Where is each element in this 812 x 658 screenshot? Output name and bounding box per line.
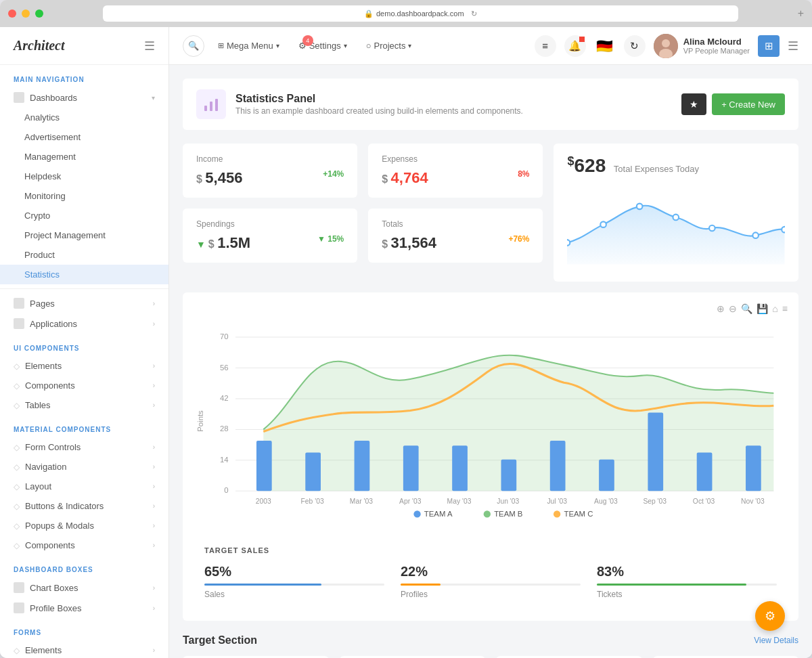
sidebar-item-helpdesk[interactable]: Helpdesk xyxy=(0,167,168,186)
sidebar-item-profile-boxes[interactable]: Profile Boxes › xyxy=(0,598,168,618)
spendings-change: ▼ 15% xyxy=(317,234,344,244)
sidebar-item-layout[interactable]: ◇ Layout › xyxy=(0,477,168,496)
stats-mid-col: Expenses 8% $ 4,764 Totals +76% $ 31,564 xyxy=(368,144,543,263)
sidebar-item-navigation[interactable]: ◇ Navigation › xyxy=(0,457,168,477)
url-bar[interactable]: 🔒 demo.dashboardpack.com ↻ xyxy=(103,5,738,22)
target-sales: TARGET SALES 65% Sales 22% xyxy=(194,535,788,610)
mini-line-chart xyxy=(567,188,785,269)
topbar-flag-icon[interactable]: 🇩🇪 xyxy=(594,35,616,57)
totals-label: Totals xyxy=(382,219,529,229)
chart-menu-icon[interactable]: ≡ xyxy=(782,303,788,314)
tickets-bar-fill xyxy=(597,584,746,586)
total-expenses-header: $628 Total Expenses Today xyxy=(567,154,785,177)
expenses-label: Expenses xyxy=(382,154,529,164)
topbar-grid-icon[interactable]: ⊞ xyxy=(758,35,780,57)
analytics-label: Analytics xyxy=(24,112,60,123)
topbar-notification-icon[interactable]: 🔔 xyxy=(564,35,586,57)
sidebar-item-form-controls[interactable]: ◇ Form Controls › xyxy=(0,437,168,457)
helpdesk-label: Helpdesk xyxy=(24,171,61,181)
sales-pct: 65% xyxy=(204,564,384,579)
dashboard-icon xyxy=(14,92,24,103)
search-button[interactable]: 🔍 xyxy=(183,35,204,57)
chevron-right-icon-14: › xyxy=(153,646,155,654)
megamenu-button[interactable]: ⊞ Mega Menu ▾ xyxy=(212,38,285,53)
sidebar-item-analytics[interactable]: Analytics xyxy=(0,108,168,127)
star-button[interactable]: ★ xyxy=(681,93,706,115)
logo: Architect xyxy=(14,38,65,53)
tables-label: Tables xyxy=(25,400,51,410)
sidebar-item-applications[interactable]: Applications › xyxy=(0,313,168,334)
new-tab-button[interactable]: + xyxy=(798,7,804,20)
svg-rect-5 xyxy=(215,99,218,111)
sidebar-item-advertisement[interactable]: Advertisement xyxy=(0,127,168,147)
chart-home-icon[interactable]: ⌂ xyxy=(772,303,777,314)
chart-search-icon[interactable]: 🔍 xyxy=(741,303,752,314)
create-button[interactable]: + Create New xyxy=(712,93,785,115)
progress-profiles: 22% Profiles xyxy=(401,564,581,599)
projects-arrow: ▾ xyxy=(408,42,411,49)
elements-label: Elements xyxy=(25,361,62,371)
sidebar-item-forms-elements[interactable]: ◇ Elements › xyxy=(0,640,168,658)
avatar-image xyxy=(654,34,678,58)
chart-zoom-out-icon[interactable]: ⊖ xyxy=(729,303,737,314)
minimize-button[interactable] xyxy=(22,9,30,18)
refresh-icon[interactable]: ↻ xyxy=(471,9,477,18)
sidebar: Architect ☰ MAIN NAVIGATION Dashboards ▾… xyxy=(0,27,169,658)
sidebar-item-crypto[interactable]: Crypto xyxy=(0,206,168,225)
view-details-link[interactable]: View Details xyxy=(754,636,798,645)
svg-text:Apr '03: Apr '03 xyxy=(399,498,422,505)
sidebar-item-mat-components[interactable]: ◇ Components › xyxy=(0,535,168,555)
svg-rect-28 xyxy=(355,441,370,491)
sidebar-item-elements[interactable]: ◇ Elements › xyxy=(0,356,168,376)
progress-sales: 65% Sales xyxy=(204,564,384,599)
sidebar-item-chart-boxes[interactable]: Chart Boxes › xyxy=(0,577,168,598)
arrow-down-icon: ▼ xyxy=(196,239,206,250)
user-avatar[interactable] xyxy=(654,34,678,58)
projects-button[interactable]: ○ Projects ▾ xyxy=(361,38,418,53)
megamenu-arrow: ▾ xyxy=(276,42,279,49)
sidebar-hamburger-icon[interactable]: ☰ xyxy=(144,39,155,53)
sidebar-item-statistics[interactable]: Statistics xyxy=(0,265,168,284)
settings-button[interactable]: 4 ⚙ Settings ▾ xyxy=(293,38,353,53)
layout-label: Layout xyxy=(25,481,51,491)
svg-point-7 xyxy=(601,222,607,228)
close-button[interactable] xyxy=(8,9,16,18)
topbar-menu-icon[interactable]: ≡ xyxy=(535,35,556,57)
diamond-icon-4: ◇ xyxy=(14,443,20,452)
topbar-hamburger-icon[interactable]: ☰ xyxy=(788,39,798,53)
sidebar-item-buttons[interactable]: ◇ Buttons & Indicators › xyxy=(0,496,168,516)
sales-bar-fill xyxy=(204,584,321,586)
projects-label: Projects xyxy=(374,41,406,51)
forms-label: FORMS xyxy=(0,618,168,640)
mat-components-label: Components xyxy=(25,540,75,550)
sidebar-item-management[interactable]: Management xyxy=(0,147,168,167)
sidebar-item-tables[interactable]: ◇ Tables › xyxy=(0,395,168,415)
topbar-user: Alina Mclourd VP People Manager xyxy=(654,34,750,58)
spendings-value: ▼$ 1.5M xyxy=(196,234,250,251)
sidebar-item-dashboards[interactable]: Dashboards ▾ xyxy=(0,87,168,108)
sidebar-item-popups[interactable]: ◇ Popups & Modals › xyxy=(0,516,168,535)
profiles-bar-fill xyxy=(401,584,441,586)
sidebar-item-project-management[interactable]: Project Management xyxy=(0,225,168,245)
lock-icon: 🔒 xyxy=(364,9,374,18)
maximize-button[interactable] xyxy=(35,9,43,18)
sidebar-item-components[interactable]: ◇ Components › xyxy=(0,376,168,395)
chevron-right-icon-8: › xyxy=(153,483,155,490)
chart-save-icon[interactable]: 💾 xyxy=(757,303,768,314)
income-value: $ 5,456 xyxy=(196,169,242,186)
totals-card: Totals +76% $ 31,564 xyxy=(368,209,543,263)
project-management-label: Project Management xyxy=(24,230,106,240)
statistics-icon xyxy=(203,96,219,112)
chevron-right-icon-12: › xyxy=(153,584,155,592)
sidebar-item-product[interactable]: Product xyxy=(0,245,168,265)
topbar-refresh-icon[interactable]: ↻ xyxy=(624,35,646,57)
page-icon xyxy=(196,89,226,119)
dollar-sign-2: $ xyxy=(208,238,217,250)
popups-label: Popups & Modals xyxy=(25,521,94,531)
fab-settings-button[interactable]: ⚙ xyxy=(755,601,785,631)
sidebar-item-monitoring[interactable]: Monitoring xyxy=(0,186,168,206)
user-name: Alina Mclourd xyxy=(683,37,750,47)
sidebar-item-pages[interactable]: Pages › xyxy=(0,293,168,313)
monitoring-label: Monitoring xyxy=(24,191,66,201)
chart-zoom-in-icon[interactable]: ⊕ xyxy=(717,303,725,314)
